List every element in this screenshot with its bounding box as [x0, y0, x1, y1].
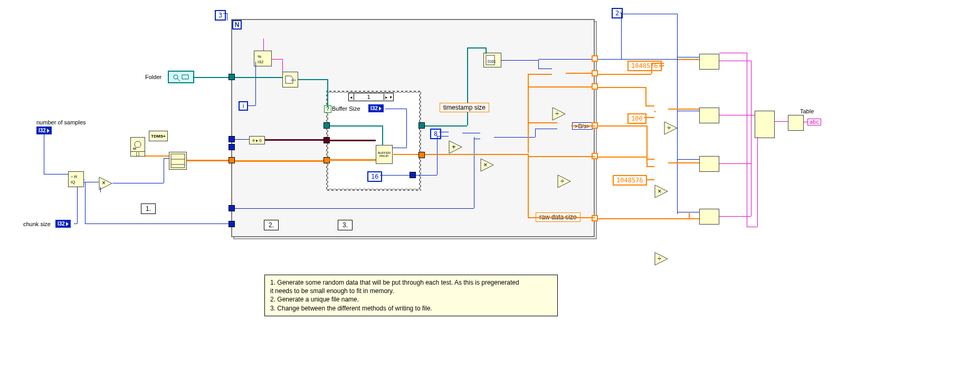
wire — [598, 74, 651, 75]
buffer-size-label: Buffer Size — [332, 105, 360, 112]
wire — [621, 59, 677, 60]
wire — [677, 14, 678, 214]
i32-type-icon: I32 — [370, 105, 378, 111]
mb-constant-1: 1048576 — [627, 61, 662, 71]
wire — [501, 60, 538, 61]
wire — [272, 59, 282, 60]
wire — [100, 187, 101, 192]
wire — [528, 74, 529, 153]
i32-type-icon: I32 — [39, 128, 46, 133]
tdms-plus-icon: TDMS+ — [151, 134, 165, 139]
table-preview-node — [788, 115, 804, 131]
wire — [235, 139, 249, 140]
wire — [719, 115, 755, 115]
wire — [535, 129, 557, 129]
number-of-samples-control[interactable]: I32 — [36, 127, 52, 134]
terminal-arrow-icon — [379, 106, 382, 111]
wire — [248, 105, 255, 106]
wire — [494, 137, 535, 138]
wire — [677, 212, 699, 212]
wire — [84, 182, 99, 182]
path-tunnel-in — [229, 74, 235, 80]
array-tunnel-in — [229, 157, 235, 163]
format-node-3 — [699, 156, 719, 172]
build-table-array-node — [755, 111, 775, 138]
chunk-size-control[interactable]: I32 — [55, 220, 71, 228]
sixteen-constant: 16 — [367, 171, 382, 182]
wire — [571, 125, 595, 127]
wire — [528, 74, 552, 75]
build-path-node — [282, 72, 298, 88]
wire — [747, 53, 747, 227]
timestamp-size-label: timestamp size — [440, 103, 489, 112]
case-teal-in — [324, 122, 330, 129]
table-indicator[interactable]: abc — [807, 119, 821, 125]
comment-line-3: 2. Generate a unique file name. — [270, 295, 552, 304]
buffer-size-control[interactable]: I32 — [368, 104, 384, 112]
case-value-selector[interactable]: ◂ 1 ▸ ▾ — [348, 93, 394, 101]
quotient-remainder-node: ÷ RIQ — [68, 171, 84, 187]
case-prev-icon[interactable]: ◂ — [349, 94, 354, 101]
buffer-prop-subvi: BUFFER PROP. — [376, 145, 393, 164]
wire — [646, 166, 654, 167]
wire — [164, 158, 164, 183]
wire — [112, 183, 164, 183]
folder-label: Folder — [145, 74, 161, 80]
wire — [328, 140, 376, 141]
wire — [298, 79, 327, 80]
wire — [621, 14, 677, 14]
wire — [677, 159, 699, 160]
wire — [235, 77, 282, 78]
tdms-open-subvi: TDMS+ — [149, 131, 168, 141]
wire — [416, 175, 437, 176]
wire — [689, 218, 699, 219]
svg-text:×: × — [658, 187, 662, 195]
wire — [44, 174, 68, 174]
wire — [85, 223, 229, 224]
wire — [227, 13, 227, 21]
idx-tunnel-out-1 — [592, 55, 598, 62]
wire — [145, 156, 169, 157]
case-value-display: 1 — [354, 94, 384, 100]
wire — [689, 213, 690, 218]
chunk-size-label: chunk size — [23, 221, 51, 227]
step-1-annotation: 1. — [141, 203, 156, 214]
case-next-icon[interactable]: ▸ — [384, 94, 389, 101]
svg-text:÷: ÷ — [658, 255, 661, 263]
wire — [235, 208, 474, 209]
wire — [235, 160, 327, 162]
wire — [598, 125, 646, 127]
initialize-array-node — [169, 152, 187, 170]
wire — [677, 111, 699, 111]
case-int-out — [410, 172, 416, 178]
folder-path-control[interactable] — [168, 71, 194, 83]
wire — [598, 87, 645, 88]
wire — [646, 125, 648, 159]
file-size-subvi: 0101 — [483, 53, 501, 67]
wire — [654, 111, 655, 112]
int-tunnel-in — [229, 205, 235, 211]
wire — [74, 223, 77, 224]
svg-text:+: + — [452, 143, 456, 151]
wire — [265, 139, 326, 141]
wire — [646, 159, 654, 160]
buffer-prop-icon: BUFFER PROP. — [376, 151, 392, 158]
terminal-arrow-icon — [66, 222, 69, 226]
comment-line-4: 3. Change between the different methods … — [270, 304, 552, 313]
wire — [538, 60, 539, 69]
multiply-node-2: × — [480, 158, 980, 172]
case-teal-out — [418, 122, 425, 129]
idx-tunnel-out-2 — [592, 70, 598, 76]
step-2-annotation: 2. — [264, 220, 279, 230]
wire — [393, 154, 418, 155]
wire — [474, 139, 480, 139]
divide-mb-2: ÷ — [654, 252, 980, 266]
wire — [775, 121, 788, 122]
wire — [194, 77, 231, 78]
svg-rect-5 — [133, 148, 136, 150]
format-node-1 — [699, 54, 719, 70]
svg-text:÷: ÷ — [667, 124, 671, 132]
case-menu-icon[interactable]: ▾ — [388, 94, 393, 101]
wire — [598, 157, 646, 158]
wire — [645, 105, 654, 106]
